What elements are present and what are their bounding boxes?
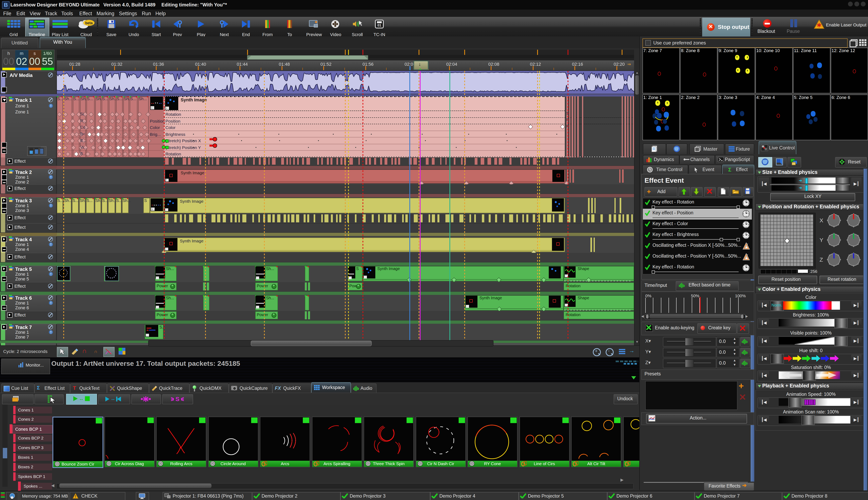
svg-text:01: 01: [378, 23, 381, 27]
svg-text:S: S: [175, 396, 180, 402]
svg-text:beta: beta: [85, 21, 93, 25]
svg-text:!: !: [75, 495, 76, 498]
